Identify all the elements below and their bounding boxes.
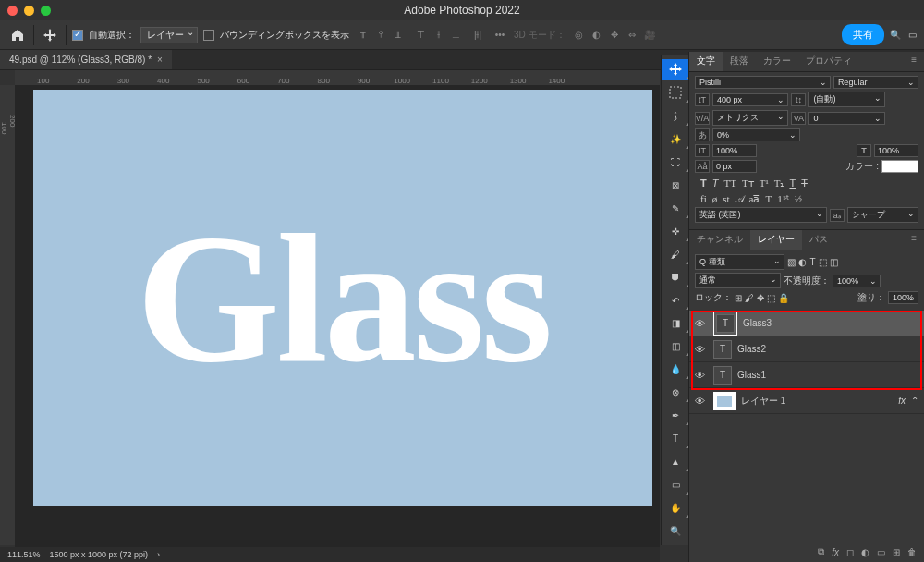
marquee-tool[interactable] (662, 82, 689, 104)
more-align-icon[interactable]: ••• (492, 27, 508, 43)
tab-channels[interactable]: チャンネル (689, 230, 750, 250)
fill-input[interactable]: 100% (888, 291, 918, 304)
glass-text-layer[interactable]: Glass (137, 192, 550, 404)
antialias-select[interactable]: シャープ (847, 207, 918, 223)
align-top-icon[interactable]: ⊤ (412, 27, 429, 43)
layer-effects-icon[interactable]: fx (898, 396, 906, 406)
bold-button[interactable]: T (700, 177, 707, 189)
canvas[interactable]: Glass (33, 90, 652, 506)
smallcaps-button[interactable]: Tᴛ (742, 177, 754, 189)
ordinals-button[interactable]: T (765, 193, 772, 205)
blur-tool[interactable]: 💧 (662, 359, 689, 380)
stylistic-button[interactable]: st (723, 193, 729, 205)
swash-button[interactable]: 𝒜 (736, 193, 744, 205)
filter-adjust-icon[interactable]: ◐ (798, 257, 807, 267)
lock-position-icon[interactable]: ✥ (757, 293, 764, 303)
brush-tool[interactable]: 🖌 (662, 244, 689, 265)
half-button[interactable]: ½ (795, 193, 802, 205)
font-size-input[interactable]: 400 px (712, 93, 788, 106)
tab-paragraph[interactable]: 段落 (723, 52, 756, 71)
blend-mode-select[interactable]: 通常 (695, 273, 781, 288)
hand-tool[interactable]: ✋ (662, 497, 689, 519)
panel-menu-icon[interactable]: ≡ (904, 52, 924, 71)
tab-color[interactable]: カラー (756, 52, 798, 71)
kerning-select[interactable]: メトリクス (712, 110, 788, 126)
share-button[interactable]: 共有 (842, 24, 884, 45)
fractions-button[interactable]: 1ˢᵗ (777, 193, 789, 205)
strikethrough-button[interactable]: T (801, 177, 808, 189)
lock-transparent-icon[interactable]: ⊞ (735, 293, 742, 303)
font-weight-select[interactable]: Regular (833, 76, 918, 89)
path-selection-tool[interactable]: ▲ (662, 451, 689, 472)
language-select[interactable]: 英語 (英国) (695, 207, 827, 223)
superscript-button[interactable]: T¹ (760, 177, 769, 189)
link-layers-icon[interactable]: ⧉ (818, 546, 824, 557)
history-brush-tool[interactable]: ↶ (662, 290, 689, 312)
underline-button[interactable]: T (789, 177, 796, 189)
baseline-input[interactable]: 0 px (712, 160, 757, 173)
magic-wand-tool[interactable]: ✨ (662, 128, 689, 150)
contextual-alt-button[interactable]: ø (712, 193, 718, 205)
tab-character[interactable]: 文字 (689, 52, 723, 71)
align-left-icon[interactable]: ⫪ (355, 27, 371, 43)
zoom-level[interactable]: 111.51% (7, 550, 41, 559)
filter-type-icon[interactable]: T (809, 257, 815, 267)
move-tool-icon[interactable] (40, 25, 60, 45)
hscale-input[interactable]: 100% (874, 144, 918, 157)
show-transform-checkbox[interactable] (203, 30, 214, 41)
layer-row[interactable]: 👁 レイヤー 1 fx ⌃ (689, 388, 924, 414)
minimize-window-button[interactable] (24, 6, 34, 16)
align-middle-icon[interactable]: ⫲ (430, 27, 446, 43)
delete-layer-icon[interactable]: 🗑 (907, 547, 917, 557)
document-tab[interactable]: 49.psd @ 112% (Glass3, RGB/8) * × (0, 50, 172, 69)
adjustment-layer-icon[interactable]: ◐ (861, 547, 869, 557)
distribute-icon[interactable]: |⫲| (469, 27, 486, 43)
new-layer-icon[interactable]: ⊞ (893, 547, 900, 557)
lock-all-icon[interactable]: 🔒 (778, 293, 789, 303)
home-button[interactable] (7, 25, 28, 45)
auto-select-checkbox[interactable] (72, 30, 83, 41)
vscale-input[interactable]: 100% (712, 144, 757, 157)
move-tool[interactable] (662, 59, 689, 80)
workspace-icon[interactable]: ▭ (908, 30, 917, 40)
filter-smart-icon[interactable]: ◫ (830, 257, 838, 267)
eyedropper-tool[interactable]: ✎ (662, 198, 689, 219)
maximize-window-button[interactable] (41, 6, 51, 16)
dodge-tool[interactable]: ⊗ (662, 382, 689, 403)
align-center-h-icon[interactable]: ⫯ (372, 27, 389, 43)
layer-group-icon[interactable]: ▭ (877, 547, 885, 557)
tab-paths[interactable]: パス (802, 230, 835, 250)
titling-button[interactable]: aa̅ (749, 193, 760, 205)
close-tab-icon[interactable]: × (157, 55, 163, 65)
lock-artboard-icon[interactable]: ⬚ (767, 293, 775, 303)
gradient-tool[interactable]: ◫ (662, 336, 689, 357)
layer-mask-icon[interactable]: ◻ (846, 547, 854, 557)
expand-icon[interactable]: ⌃ (911, 396, 918, 406)
allcaps-button[interactable]: TT (723, 177, 736, 189)
clone-stamp-tool[interactable]: ⛊ (662, 267, 689, 288)
tab-properties[interactable]: プロパティ (798, 52, 859, 71)
subscript-button[interactable]: T₁ (774, 177, 784, 189)
opacity-input[interactable]: 100% (833, 275, 881, 287)
layer-filter-select[interactable]: Q 種類 (695, 254, 784, 270)
layer-name[interactable]: レイヤー 1 (741, 395, 785, 408)
align-right-icon[interactable]: ⫫ (390, 27, 407, 43)
tab-layers[interactable]: レイヤー (750, 230, 802, 250)
align-bottom-icon[interactable]: ⊥ (447, 27, 464, 43)
eraser-tool[interactable]: ◨ (662, 312, 689, 334)
pen-tool[interactable]: ✒ (662, 405, 689, 426)
ligatures-button[interactable]: fi (700, 193, 707, 205)
font-family-select[interactable]: Pistilli (695, 76, 831, 89)
italic-button[interactable]: T (712, 177, 719, 189)
doc-dimensions[interactable]: 1500 px x 1000 px (72 ppi) (50, 550, 149, 559)
text-color-swatch[interactable] (881, 160, 918, 173)
filter-pixel-icon[interactable]: ▧ (787, 257, 796, 267)
layer-fx-icon[interactable]: fx (832, 547, 839, 557)
filter-shape-icon[interactable]: ⬚ (819, 257, 827, 267)
healing-brush-tool[interactable]: ✜ (662, 221, 689, 242)
lock-image-icon[interactable]: 🖌 (745, 293, 754, 303)
shape-tool[interactable]: ▭ (662, 474, 689, 495)
frame-tool[interactable]: ⊠ (662, 175, 689, 196)
status-chevron-icon[interactable]: › (157, 550, 160, 559)
visibility-toggle[interactable]: 👁 (695, 396, 708, 407)
